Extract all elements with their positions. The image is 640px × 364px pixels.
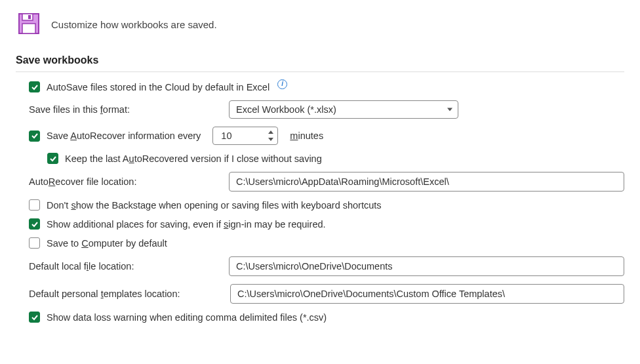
info-icon[interactable]: i xyxy=(277,79,287,89)
dont-show-backstage-checkbox[interactable] xyxy=(29,199,40,211)
save-options-pane: Customize how workbooks are saved. Save … xyxy=(0,0,640,333)
svg-rect-1 xyxy=(22,14,33,20)
svg-rect-3 xyxy=(22,24,35,33)
save-format-row: Save files in this format: Excel Workboo… xyxy=(29,100,624,119)
svg-rect-2 xyxy=(28,15,31,19)
show-additional-label: Show additional places for saving, even … xyxy=(47,219,326,230)
show-data-loss-row: Show data loss warning when editing comm… xyxy=(29,312,624,323)
save-format-select[interactable]: Excel Workbook (*.xlsx) xyxy=(229,100,458,119)
header-description: Customize how workbooks are saved. xyxy=(51,19,217,30)
autosave-cloud-checkbox[interactable] xyxy=(29,81,40,92)
section-divider xyxy=(16,71,624,72)
autorecover-location-row: AutoRecover file location: C:\Users\micr… xyxy=(29,172,624,192)
default-local-label: Default local file location: xyxy=(29,261,222,272)
autorecover-row: Save AutoRecover information every 10 mi… xyxy=(29,127,624,145)
default-local-row: Default local file location: C:\Users\mi… xyxy=(29,256,624,276)
default-templates-row: Default personal templates location: C:\… xyxy=(29,284,624,304)
spinner-down-icon[interactable] xyxy=(268,138,273,141)
save-format-label: Save files in this format: xyxy=(29,104,222,115)
default-templates-field[interactable]: C:\Users\micro\OneDrive\Documents\Custom… xyxy=(230,284,624,304)
save-icon xyxy=(16,10,42,39)
show-additional-row: Show additional places for saving, even … xyxy=(29,218,624,230)
autorecover-location-field[interactable]: C:\Users\micro\AppData\Roaming\Microsoft… xyxy=(229,172,624,192)
show-data-loss-label: Show data loss warning when editing comm… xyxy=(47,312,327,323)
save-to-computer-checkbox[interactable] xyxy=(29,237,40,249)
autorecover-minutes-spinner[interactable]: 10 xyxy=(212,127,278,145)
keep-last-label: Keep the last AutoRecovered version if I… xyxy=(65,153,322,164)
autorecover-checkbox[interactable] xyxy=(29,131,40,142)
default-local-field[interactable]: C:\Users\micro\OneDrive\Documents xyxy=(229,256,624,276)
autorecover-label: Save AutoRecover information every xyxy=(47,131,201,141)
default-templates-label: Default personal templates location: xyxy=(29,289,224,299)
save-to-computer-label: Save to Computer by default xyxy=(47,238,167,249)
autosave-cloud-label: AutoSave files stored in the Cloud by de… xyxy=(47,82,270,92)
default-templates-value: C:\Users\micro\OneDrive\Documents\Custom… xyxy=(237,289,505,299)
autosave-cloud-row: AutoSave files stored in the Cloud by de… xyxy=(29,81,624,92)
keep-last-row: Keep the last AutoRecovered version if I… xyxy=(29,153,624,164)
save-to-computer-row: Save to Computer by default xyxy=(29,237,624,249)
default-local-value: C:\Users\micro\OneDrive\Documents xyxy=(236,261,393,272)
spinner-up-icon[interactable] xyxy=(268,131,273,134)
dont-show-backstage-row: Don't show the Backstage when opening or… xyxy=(29,199,624,211)
show-data-loss-checkbox[interactable] xyxy=(29,312,40,323)
show-additional-checkbox[interactable] xyxy=(29,218,40,230)
save-format-value: Excel Workbook (*.xlsx) xyxy=(236,104,336,115)
keep-last-checkbox[interactable] xyxy=(47,153,58,164)
dont-show-backstage-label: Don't show the Backstage when opening or… xyxy=(47,200,382,211)
header: Customize how workbooks are saved. xyxy=(16,5,624,51)
autorecover-location-label: AutoRecover file location: xyxy=(29,176,222,187)
autorecover-location-value: C:\Users\micro\AppData\Roaming\Microsoft… xyxy=(236,176,449,187)
section-title: Save workbooks xyxy=(16,51,624,71)
autorecover-minutes-value: 10 xyxy=(221,131,231,141)
autorecover-minutes-label: minutes xyxy=(290,131,323,141)
